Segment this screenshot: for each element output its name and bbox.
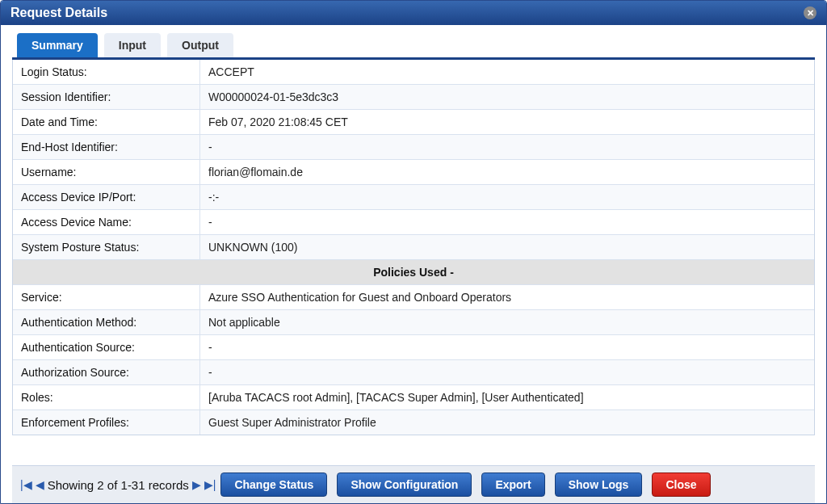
row-label: Login Status: [13,60,200,84]
row-label: Authentication Source: [13,335,200,359]
row-label: Session Identifier: [13,85,200,109]
row-value: florian@flomain.de [200,160,814,184]
dialog-titlebar: Request Details ✕ [1,1,826,25]
close-button[interactable]: Close [652,472,710,497]
tab-summary[interactable]: Summary [17,33,98,57]
row-value: Azure SSO Authentication for Guest and O… [200,285,814,309]
row-label: Access Device Name: [13,210,200,234]
pager: |◀ ◀ Showing 2 of 1-31 records ▶ ▶| [20,478,216,492]
pager-next-icon[interactable]: ▶ [192,478,201,491]
row-label: Service: [13,285,200,309]
pager-first-icon[interactable]: |◀ [20,478,32,491]
request-details-dialog: Request Details ✕ Summary Input Output L… [0,0,827,504]
row-value: [Aruba TACACS root Admin], [TACACS Super… [200,385,814,410]
section-header-policies: Policies Used - [13,260,814,285]
pager-last-icon[interactable]: ▶| [204,478,216,491]
footer-buttons: Change Status Show Configuration Export … [220,472,710,497]
row-label: System Posture Status: [13,235,200,259]
row-label: Username: [13,160,200,184]
tabs: Summary Input Output [12,33,815,60]
row-value: -:- [200,185,814,209]
row-value: - [200,360,814,384]
dialog-title: Request Details [10,6,107,20]
row-value: UNKNOWN (100) [200,235,814,259]
row-value: W00000024-01-5e3dc3c3 [200,85,814,109]
row-value: - [200,335,814,359]
show-logs-button[interactable]: Show Logs [555,472,643,497]
pager-prev-icon[interactable]: ◀ [36,478,44,491]
show-configuration-button[interactable]: Show Configuration [337,472,472,497]
close-icon[interactable]: ✕ [804,6,817,19]
row-label: Access Device IP/Port: [13,185,200,209]
tab-output[interactable]: Output [167,33,233,57]
row-value: Guest Super Administrator Profile [200,410,814,435]
details-table: Login Status:ACCEPT Session Identifier:W… [12,60,815,435]
row-value: - [200,210,814,234]
dialog-content: Summary Input Output Login Status:ACCEPT… [1,25,826,503]
change-status-button[interactable]: Change Status [220,472,327,497]
row-label: Authorization Source: [13,360,200,384]
row-value: - [200,135,814,159]
row-label: Authentication Method: [13,310,200,334]
row-value: Not applicable [200,310,814,334]
row-label: Enforcement Profiles: [13,410,200,435]
export-button[interactable]: Export [481,472,544,497]
pager-text: Showing 2 of 1-31 records [48,478,189,492]
row-label: End-Host Identifier: [13,135,200,159]
row-label: Date and Time: [13,110,200,134]
row-value: ACCEPT [200,60,814,84]
row-label: Roles: [13,385,200,410]
row-value: Feb 07, 2020 21:08:45 CET [200,110,814,134]
dialog-footer: |◀ ◀ Showing 2 of 1-31 records ▶ ▶| Chan… [12,465,815,503]
tab-input[interactable]: Input [104,33,161,57]
